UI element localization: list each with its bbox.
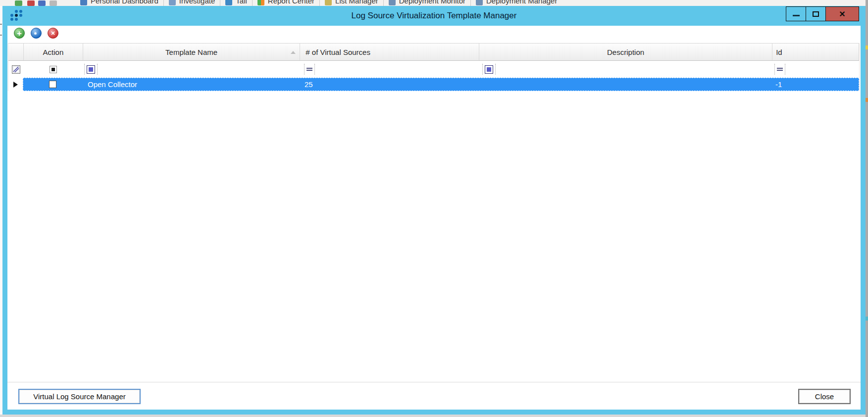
background-toolbar-label: Deployment Monitor	[399, 0, 465, 5]
row-template-name-cell[interactable]: Open Collector	[82, 78, 300, 91]
background-toolbar-item[interactable]: Tail	[220, 0, 252, 5]
close-window-button[interactable]: ✕	[826, 7, 859, 21]
deployment-manager-icon	[476, 0, 483, 5]
footer-divider	[7, 382, 861, 382]
background-toolbar-item[interactable]: Personal Dashboard	[75, 0, 163, 5]
list-manager-icon	[325, 0, 332, 5]
delete-template-button[interactable]: ✕	[48, 28, 58, 39]
window-title: Log Source Virtualization Template Manag…	[2, 6, 866, 26]
column-header-virtual-sources[interactable]: # of Virtual Sources	[300, 44, 479, 60]
investigate-icon	[169, 0, 176, 5]
filter-box-icon	[87, 65, 95, 74]
deployment-monitor-icon	[389, 0, 396, 5]
grid-header-row: Action Template Name # of Virtual Source…	[8, 43, 859, 61]
add-template-button[interactable]: +	[14, 28, 25, 39]
background-toolbar-label: Tail	[236, 0, 247, 5]
equals-filter-icon	[777, 68, 783, 71]
app-logo-dots-icon	[10, 9, 23, 22]
table-row[interactable]: Open Collector 25 -1	[8, 78, 859, 91]
templates-grid: Action Template Name # of Virtual Source…	[8, 43, 860, 91]
background-toolbar-items: Personal Dashboard Investigate Tail Repo…	[75, 0, 562, 6]
row-virtual-sources-cell[interactable]: 25	[300, 78, 479, 91]
row-id-cell[interactable]: -1	[772, 78, 859, 91]
background-toolbar-item[interactable]: Investigate	[164, 0, 220, 5]
background-mark	[0, 24, 2, 25]
filter-box-icon	[485, 65, 493, 74]
delete-x-icon: ✕	[51, 30, 55, 37]
filter-cell-description[interactable]	[479, 61, 772, 78]
column-header-label: # of Virtual Sources	[306, 48, 370, 56]
background-toolbar-label: Personal Dashboard	[91, 0, 158, 5]
filter-cell-virtual-sources[interactable]	[300, 61, 479, 78]
row-indicator-header	[8, 44, 24, 60]
maximize-button[interactable]	[806, 7, 826, 21]
dialog-client-area: + ✕ Action Template Name # of Virtual So…	[7, 26, 861, 410]
column-header-label: Action	[43, 48, 64, 56]
column-header-description[interactable]: Description	[479, 44, 772, 60]
background-icon-fragment	[38, 0, 46, 6]
column-header-action[interactable]: Action	[24, 44, 83, 60]
background-toolbar-label: Report Center	[268, 0, 314, 5]
background-notch	[866, 317, 868, 321]
background-window-right-edge	[866, 0, 868, 417]
filter-cell-id[interactable]	[772, 61, 859, 78]
filter-cell-action[interactable]	[24, 61, 83, 78]
maximize-icon	[813, 11, 819, 17]
checkbox-indeterminate-filter-icon	[50, 66, 57, 73]
virtual-log-source-manager-button[interactable]: Virtual Log Source Manager	[18, 389, 141, 404]
filter-corner-cell[interactable]	[8, 61, 24, 78]
action-checkbox[interactable]	[49, 81, 56, 88]
background-toolbar-item[interactable]: Deployment Manager	[471, 0, 562, 5]
close-button[interactable]: Close	[798, 389, 851, 404]
background-toolbar-label: Deployment Manager	[486, 0, 557, 5]
column-header-template-name[interactable]: Template Name	[83, 44, 300, 60]
background-notch	[866, 46, 868, 49]
properties-icon	[34, 32, 37, 35]
row-description-cell[interactable]	[479, 78, 772, 91]
selected-row[interactable]: Open Collector 25 -1	[23, 78, 859, 91]
tail-icon	[225, 0, 232, 5]
minimize-icon	[793, 15, 800, 16]
row-indicator-cell	[8, 78, 23, 91]
grid-filter-row	[8, 61, 859, 78]
title-bar[interactable]: Log Source Virtualization Template Manag…	[2, 6, 866, 26]
background-icon-fragment	[27, 0, 35, 6]
sort-ascending-icon	[291, 51, 296, 54]
background-notch	[866, 98, 868, 102]
row-action-cell[interactable]	[23, 78, 82, 91]
personal-dashboard-icon	[80, 0, 87, 5]
current-row-arrow-icon	[13, 82, 18, 88]
window-controls: ✕	[786, 6, 859, 21]
column-header-label: Template Name	[165, 48, 217, 56]
background-toolbar-item[interactable]: List Manager	[320, 0, 383, 5]
edit-filter-icon	[12, 65, 20, 74]
background-toolbar-item[interactable]: Deployment Monitor	[384, 0, 470, 5]
background-icon-fragment	[15, 0, 22, 6]
plus-icon: +	[17, 29, 22, 38]
equals-filter-icon	[306, 68, 312, 71]
background-mark	[0, 35, 2, 36]
column-header-id[interactable]: Id	[772, 44, 859, 60]
background-toolbar-label: List Manager	[335, 0, 378, 5]
background-window-toolbar: Personal Dashboard Investigate Tail Repo…	[0, 0, 866, 6]
filter-cell-template-name[interactable]	[83, 61, 300, 78]
properties-button[interactable]	[31, 28, 42, 39]
background-window-bottom-edge	[0, 415, 866, 417]
background-toolbar-item[interactable]: Report Center	[253, 0, 319, 5]
close-icon: ✕	[839, 9, 845, 19]
background-toolbar-label: Investigate	[179, 0, 215, 5]
background-icon-fragment	[50, 0, 57, 6]
report-center-icon	[257, 0, 264, 5]
minimize-button[interactable]	[786, 7, 806, 21]
log-source-virtualization-template-manager-window: Log Source Virtualization Template Manag…	[2, 6, 866, 415]
column-header-label: Description	[607, 48, 644, 56]
column-header-label: Id	[776, 48, 782, 56]
dialog-toolbar: + ✕	[7, 26, 861, 43]
